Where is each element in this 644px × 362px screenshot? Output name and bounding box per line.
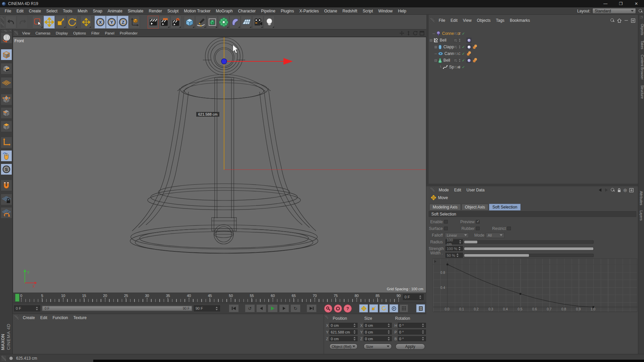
home-icon[interactable] (617, 18, 622, 23)
search-icon[interactable] (610, 18, 614, 22)
add-primitive-button[interactable] (184, 16, 195, 28)
object-label[interactable]: Bell (443, 58, 450, 63)
viewport-menu-item[interactable]: View (19, 31, 33, 35)
viewport-rotate-icon[interactable] (413, 31, 418, 36)
tab-object-axis[interactable]: Object Axis (462, 204, 488, 210)
enabled-check-icon[interactable]: ✓ (462, 52, 466, 56)
status-grip[interactable] (1, 356, 6, 361)
menu-item[interactable]: Redshift (340, 9, 360, 13)
menu-item[interactable]: MoGraph (213, 9, 235, 13)
x-axis-lock-button[interactable]: X (95, 16, 106, 28)
viewport-menu-item[interactable]: ProRender (117, 31, 140, 35)
dynamics-tag-icon[interactable] (472, 44, 478, 50)
menu-item[interactable]: Mesh (75, 9, 90, 13)
object-row-connector[interactable]: ─ Connector ✓ (429, 30, 638, 37)
model-mode-button[interactable] (1, 49, 12, 60)
size-mode-dropdown[interactable]: Size (364, 344, 392, 349)
layout-dropdown[interactable]: Standard (592, 8, 636, 14)
render-view-button[interactable] (148, 16, 159, 28)
object-row-cannon[interactable]: ─ Cannon ✓ (429, 50, 638, 57)
coordinates-grip[interactable] (325, 315, 328, 320)
record-position-toggle[interactable] (359, 304, 368, 312)
size-x-field[interactable]: 0 cm (364, 323, 392, 328)
enable-checkbox[interactable] (444, 220, 448, 224)
attribute-menu-item[interactable]: User Data (464, 188, 487, 192)
polygons-mode-button[interactable] (1, 121, 12, 132)
coordinate-system-button[interactable] (129, 16, 140, 28)
range-start-spinner[interactable]: 0 F (14, 305, 40, 311)
object-manager-menu-item[interactable]: Tags (493, 18, 507, 23)
layer-swatch[interactable] (454, 32, 458, 36)
menu-item[interactable]: Window (376, 9, 395, 13)
close-button[interactable]: ✕ (629, 0, 644, 7)
history-back-icon[interactable] (598, 188, 602, 192)
tweak-mode-button[interactable] (1, 150, 12, 162)
viewport-view-label[interactable]: Front (14, 39, 24, 43)
visibility-dots[interactable] (459, 32, 460, 35)
menu-item[interactable]: Sculpt (165, 9, 181, 13)
strength-field[interactable]: 100 % (445, 246, 463, 251)
viewport-menu-item[interactable]: Display (53, 31, 70, 35)
live-selection-tool[interactable] (32, 16, 43, 28)
restore-button[interactable]: ❐ (613, 0, 629, 7)
viewport-menu-item[interactable]: Options (70, 31, 89, 35)
menu-item[interactable]: Character (235, 9, 259, 13)
undo-button[interactable] (5, 16, 16, 28)
menu-item[interactable]: Create (26, 9, 44, 13)
collapse-toggle[interactable]: ⊟ (433, 59, 438, 62)
surface-checkbox[interactable] (444, 227, 448, 230)
render-settings-button[interactable] (170, 16, 181, 28)
spinner-arrows-icon[interactable] (456, 253, 459, 257)
add-camera-button[interactable] (252, 16, 263, 28)
viewport-menu-grip[interactable] (14, 31, 18, 36)
tab-modeling-axis[interactable]: Modeling Axis (429, 204, 461, 210)
vertical-tab[interactable]: Layers (639, 210, 643, 221)
spinner-arrows-icon[interactable] (458, 246, 461, 251)
visibility-dots[interactable] (459, 59, 460, 62)
current-frame-spinner[interactable]: 0 F (403, 294, 424, 300)
preview-range-slider[interactable]: 0 F 90 F (42, 305, 193, 311)
record-keyframe-button[interactable] (324, 304, 332, 313)
object-manager-grip[interactable] (430, 18, 434, 23)
position-x-field[interactable]: 0 cm (329, 323, 358, 328)
menu-item[interactable]: Plugins (278, 9, 297, 13)
goto-end-button[interactable] (307, 304, 317, 312)
object-manager-menu-item[interactable]: View (460, 18, 474, 23)
object-manager-menu-item[interactable]: Bookmarks (507, 18, 533, 23)
add-environment-button[interactable] (241, 16, 252, 28)
visibility-dots[interactable] (459, 66, 460, 68)
spinner-arrows-icon[interactable] (419, 295, 422, 299)
goto-start-button[interactable] (229, 304, 239, 312)
point-level-animation-toggle[interactable] (399, 304, 408, 312)
viewport-toggle-icon[interactable] (420, 31, 424, 36)
material-menu-item[interactable]: Function (50, 315, 71, 320)
visibility-dots[interactable] (459, 52, 460, 55)
autokey-button[interactable] (334, 304, 342, 313)
range-end-spinner[interactable]: 90 F (194, 305, 220, 311)
object-row-bell[interactable]: ⊟ Bell ✓ (429, 57, 638, 64)
search-icon[interactable] (611, 188, 615, 192)
size-y-field[interactable]: 0 cm (364, 329, 392, 335)
make-editable-button[interactable] (1, 32, 12, 44)
cache-tag-icon[interactable] (466, 44, 472, 50)
radius-slider[interactable] (464, 240, 594, 244)
visibility-dots[interactable] (459, 39, 460, 42)
object-manager-menu-item[interactable]: Objects (474, 18, 493, 23)
soft-selection-section-header[interactable]: Soft Selection (429, 211, 636, 217)
add-subdivision-surface-button[interactable] (207, 16, 218, 28)
add-spline-button[interactable] (195, 16, 206, 28)
menu-item[interactable]: Pipeline (258, 9, 278, 13)
y-axis-lock-button[interactable]: Y (106, 16, 117, 28)
vertical-tab[interactable]: Objects (639, 24, 644, 35)
enable-snap-button[interactable] (1, 180, 12, 191)
object-label[interactable]: Bell (440, 38, 446, 43)
open-timeline-button[interactable] (416, 304, 425, 312)
menu-item[interactable]: Octane (321, 9, 340, 13)
width-field[interactable]: 50 % (445, 253, 463, 258)
viewport-move-icon[interactable] (399, 31, 404, 36)
position-y-field[interactable]: 621.588 cm (329, 329, 358, 335)
strength-slider[interactable] (464, 247, 594, 250)
target-icon[interactable]: ◎ (624, 188, 627, 192)
next-frame-button[interactable] (279, 304, 289, 312)
add-mograph-cloner-button[interactable] (218, 16, 229, 28)
